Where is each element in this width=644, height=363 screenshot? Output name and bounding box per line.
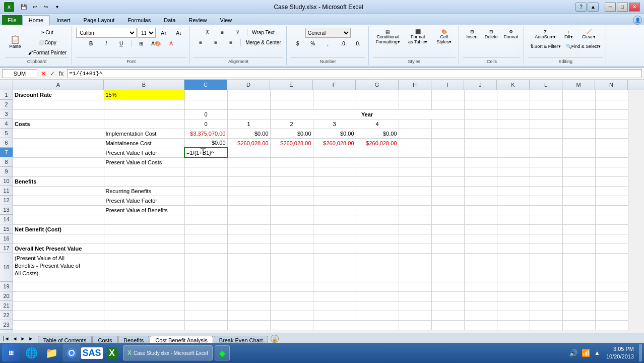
cell-k13[interactable] [497,205,530,215]
cell-c7[interactable]: =1/{1+B1}^ ✛ [184,148,227,157]
cell-l10[interactable] [530,176,562,186]
cell-c9[interactable] [184,167,227,176]
cell-j10[interactable] [464,176,497,186]
cell-e8[interactable] [270,157,313,167]
cell-e11[interactable] [270,186,313,196]
cell-f16[interactable] [313,234,356,244]
confirm-formula-btn[interactable]: ✓ [48,70,56,77]
find-select-btn[interactable]: 🔍 Find & Select▾ [564,42,603,51]
cell-m14[interactable] [562,215,595,224]
cell-a21[interactable] [13,301,104,311]
cancel-formula-btn[interactable]: ✕ [39,70,47,77]
cell-e12[interactable] [270,196,313,205]
cell-a3[interactable] [13,109,104,119]
insert-function-btn[interactable]: fx [57,70,65,77]
cell-a23[interactable] [13,320,104,330]
cell-b5[interactable]: Implementation Cost [104,129,184,138]
green-app[interactable]: ◆ [215,345,230,360]
cell-f18[interactable] [313,253,356,282]
cell-a22[interactable] [13,311,104,320]
col-header-e[interactable]: E [270,80,313,90]
cell-k5[interactable] [497,129,530,138]
cell-a4[interactable]: Costs [13,119,104,129]
cell-a9[interactable] [13,167,104,176]
sort-filter-btn[interactable]: ⇅ Sort & Filter▾ [528,42,563,51]
cell-d18[interactable] [227,253,270,282]
cell-j9[interactable] [464,167,497,176]
cell-h4[interactable] [399,119,431,129]
merge-center-btn[interactable]: Merge & Center [243,38,283,47]
cell-n17[interactable] [595,244,628,253]
tab-last-btn[interactable]: ►| [27,336,36,341]
cell-d6[interactable]: $260,028.00 [227,138,270,148]
cell-b13[interactable]: Present Value of Benefits [104,205,184,215]
cell-d3[interactable] [227,109,270,119]
tab-view[interactable]: View [214,15,239,25]
tab-file[interactable]: File [2,15,22,25]
row-header-2[interactable]: 2 [0,100,13,109]
format-painter-button[interactable]: 🖌 Format Painter [26,48,69,57]
cell-c10[interactable] [184,176,227,186]
cell-i13[interactable] [431,205,464,215]
cell-a13[interactable] [13,205,104,215]
cell-h13[interactable] [399,205,431,215]
cell-d15[interactable] [227,224,270,234]
cell-h17[interactable] [399,244,431,253]
copy-button[interactable]: ⬜ Copy [26,38,69,47]
cell-n9[interactable] [595,167,628,176]
clear-btn[interactable]: 🧹Clear▾ [578,28,599,41]
cell-k3[interactable] [497,109,530,119]
cell-a14[interactable] [13,215,104,224]
cell-e2[interactable] [270,100,313,109]
cell-n11[interactable] [595,186,628,196]
cell-f8[interactable] [313,157,356,167]
cell-a1[interactable]: Discount Rate [13,90,104,100]
cell-k15[interactable] [497,224,530,234]
undo-quick-btn[interactable]: ↩ [30,3,39,12]
cell-g16[interactable] [356,234,399,244]
cell-n18[interactable] [595,253,628,282]
number-format-select[interactable]: General [305,28,351,38]
cell-c5[interactable]: $3,375,070.00 [184,129,227,138]
cell-j15[interactable] [464,224,497,234]
cell-d4[interactable]: 1 [227,119,270,129]
cell-n2[interactable] [595,100,628,109]
cell-j4[interactable] [464,119,497,129]
cell-h5[interactable] [399,129,431,138]
help-btn[interactable]: ? [575,3,587,12]
cell-l13[interactable] [530,205,562,215]
cell-a18[interactable]: (Present Value of AllBenefits - Present … [13,253,104,282]
col-header-g[interactable]: G [356,80,399,90]
cell-i2[interactable] [431,100,464,109]
cell-c4[interactable]: 0 [184,119,227,129]
format-cells-btn[interactable]: ⚙Format [501,28,521,41]
cell-d10[interactable] [227,176,270,186]
cell-a8[interactable] [13,157,104,167]
cell-f13[interactable] [313,205,356,215]
cell-a12[interactable] [13,196,104,205]
sheet-scroll-indicator[interactable]: 🔒 [271,335,279,343]
fill-color-button[interactable]: A🎨 [149,39,163,48]
cell-j12[interactable] [464,196,497,205]
cell-n3[interactable] [595,109,628,119]
cell-b1[interactable]: 15% [104,90,184,100]
cell-c14[interactable] [184,215,227,224]
cell-c6[interactable]: $0.00 [184,138,227,148]
cell-a19[interactable] [13,282,104,291]
row-header-8[interactable]: 8 [0,157,13,167]
cell-n13[interactable] [595,205,628,215]
cell-b10[interactable] [104,176,184,186]
cell-m6[interactable] [562,138,595,148]
cell-m16[interactable] [562,234,595,244]
cell-a6[interactable] [13,138,104,148]
cell-g6[interactable]: $260,028.00 [356,138,399,148]
cell-m11[interactable] [562,186,595,196]
tab-page-layout[interactable]: Page Layout [77,15,121,25]
cell-h6[interactable] [399,138,431,148]
cell-m3[interactable] [562,109,595,119]
cell-g10[interactable] [356,176,399,186]
cell-b12[interactable]: Present Value Factor [104,196,184,205]
cell-k11[interactable] [497,186,530,196]
cell-e13[interactable] [270,205,313,215]
increase-font-btn[interactable]: A↑ [157,28,171,37]
